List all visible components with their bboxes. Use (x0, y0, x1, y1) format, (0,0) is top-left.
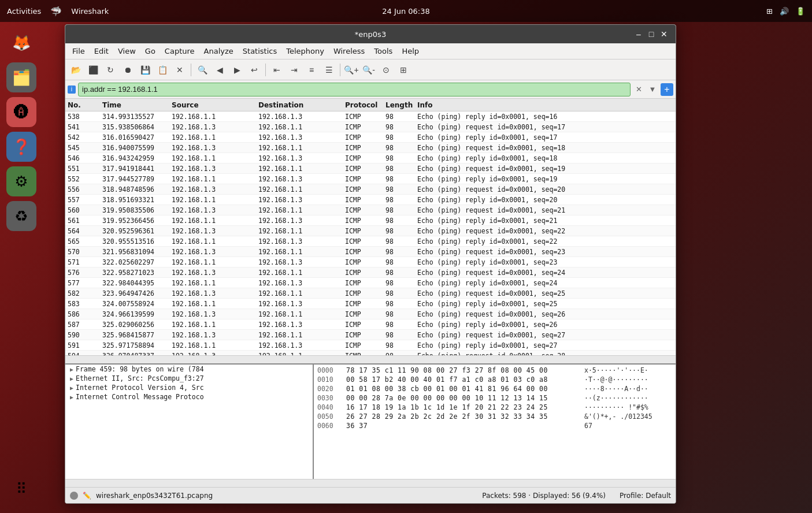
network-icon: ⊞ (766, 7, 773, 16)
toolbar-start-btn[interactable]: ⏺ (120, 62, 136, 78)
menu-view[interactable]: View (113, 46, 140, 57)
detail-row[interactable]: ▶Internet Control Message Protoco (65, 392, 313, 402)
table-row[interactable]: 571 322.025602297 192.168.1.1 192.168.1.… (65, 257, 676, 267)
table-row[interactable]: 545 316.940075599 192.168.1.3 192.168.1.… (65, 143, 676, 153)
menu-wireless[interactable]: Wireless (329, 46, 369, 57)
window-title: *enp0s3 (107, 30, 634, 39)
table-row[interactable]: 560 319.950835506 192.168.1.3 192.168.1.… (65, 205, 676, 215)
table-row[interactable]: 557 318.951693321 192.168.1.1 192.168.1.… (65, 195, 676, 205)
filter-add-button[interactable]: + (661, 83, 673, 96)
table-row[interactable]: 583 324.007558924 192.168.1.1 192.168.1.… (65, 299, 676, 309)
toolbar-colorize-btn[interactable]: ≡ (303, 62, 320, 78)
table-row[interactable]: 582 323.964947426 192.168.1.3 192.168.1.… (65, 288, 676, 299)
filter-clear-button[interactable]: ✕ (633, 84, 644, 95)
toolbar-last-btn[interactable]: ⇥ (286, 62, 302, 78)
toolbar-zoom-in-btn[interactable]: 🔍+ (343, 62, 359, 78)
hex-ascii: ·········· !"#$% (580, 403, 672, 411)
toolbar-resize-btn[interactable]: ⊞ (395, 62, 411, 78)
taskbar: Activities 🦈 Wireshark 24 Jun 06:38 ⊞ 🔊 … (0, 0, 812, 22)
toolbar-zoom-reset-btn[interactable]: ⊙ (378, 62, 394, 78)
bottom-horizontal-scrollbar[interactable] (65, 479, 676, 487)
table-row[interactable]: 564 320.952596361 192.168.1.3 192.168.1.… (65, 226, 676, 236)
packet-list: 538 314.993135527 192.168.1.1 192.168.1.… (65, 111, 676, 355)
toolbar-back-btn[interactable]: ↩ (246, 62, 262, 78)
table-row[interactable]: 552 317.944527789 192.168.1.1 192.168.1.… (65, 174, 676, 184)
status-filename: wireshark_enp0s3432T61.pcapng (96, 492, 477, 500)
toolbar-clear-btn[interactable]: ✕ (172, 62, 188, 78)
hex-row: 000078 17 35 c1 11 90 08 00 27 f3 27 8f … (314, 366, 676, 375)
toolbar-list-btn[interactable]: ☰ (321, 62, 337, 78)
toolbar-next-btn[interactable]: ▶ (229, 62, 245, 78)
packet-list-container: No. Time Source Destination Protocol Len… (65, 99, 676, 363)
desktop-icon-apps[interactable]: ⠿ (6, 474, 36, 504)
toolbar-stop-btn[interactable]: ⬛ (85, 62, 101, 78)
menu-analyze[interactable]: Analyze (199, 46, 238, 57)
table-row[interactable]: 542 316.016590427 192.168.1.1 192.168.1.… (65, 132, 676, 143)
toolbar-first-btn[interactable]: ⇤ (269, 62, 285, 78)
toolbar-sep-3 (340, 64, 340, 76)
taskbar-app-icon: 🦈 (50, 6, 62, 17)
menu-tools[interactable]: Tools (369, 46, 397, 57)
table-row[interactable]: 570 321.956831094 192.168.1.3 192.168.1.… (65, 247, 676, 257)
detail-row[interactable]: ▶Frame 459: 98 bytes on wire (784 (65, 365, 313, 374)
hex-offset: 0040 (317, 403, 346, 411)
desktop-icon-firefox[interactable]: 🦊 (6, 28, 36, 58)
desktop-icon-settings[interactable]: ⚙️ (6, 166, 36, 196)
toolbar-sep-1 (191, 64, 191, 76)
desktop-icon-trash[interactable]: ♻️ (6, 201, 36, 231)
hex-offset: 0000 (317, 366, 346, 374)
hex-row: 003000 00 28 7a 0e 00 00 00 00 00 10 11 … (314, 393, 676, 403)
close-button[interactable]: ✕ (659, 29, 669, 39)
maximize-button[interactable]: □ (647, 29, 656, 39)
menu-capture[interactable]: Capture (160, 46, 199, 57)
detail-row[interactable]: ▶Internet Protocol Version 4, Src (65, 383, 313, 392)
table-row[interactable]: 576 322.958271023 192.168.1.3 192.168.1.… (65, 267, 676, 278)
packet-details: ▶Frame 459: 98 bytes on wire (784▶Ethern… (65, 365, 314, 479)
status-edit-button[interactable]: ✏️ (83, 492, 91, 500)
desktop-icon-appstore[interactable]: 🅐 (6, 97, 36, 127)
taskbar-activities[interactable]: Activities (7, 7, 41, 16)
title-bar: *enp0s3 – □ ✕ (65, 25, 676, 43)
toolbar: 📂 ⬛ ↻ ⏺ 💾 📋 ✕ 🔍 ◀ ▶ ↩ ⇤ ⇥ ≡ ☰ 🔍+ 🔍- ⊙ ⊞ (65, 60, 676, 80)
toolbar-find-btn[interactable]: 🔍 (194, 62, 210, 78)
menu-edit[interactable]: Edit (90, 46, 113, 57)
table-row[interactable]: 591 325.971758894 192.168.1.1 192.168.1.… (65, 340, 676, 351)
desktop-icon-help[interactable]: ❓ (6, 132, 36, 162)
table-row[interactable]: 565 320.955513516 192.168.1.1 192.168.1.… (65, 236, 676, 247)
menu-statistics[interactable]: Statistics (238, 46, 281, 57)
toolbar-zoom-out-btn[interactable]: 🔍- (361, 62, 377, 78)
packet-table-header: No. Time Source Destination Protocol Len… (65, 99, 676, 111)
horizontal-scrollbar[interactable] (65, 355, 676, 363)
menu-file[interactable]: File (68, 46, 90, 57)
filter-dropdown-button[interactable]: ▼ (647, 84, 658, 95)
menu-telephony[interactable]: Telephony (281, 46, 329, 57)
table-row[interactable]: 556 318.948748596 192.168.1.3 192.168.1.… (65, 184, 676, 195)
table-row[interactable]: 538 314.993135527 192.168.1.1 192.168.1.… (65, 111, 676, 122)
table-row[interactable]: 577 322.984044395 192.168.1.1 192.168.1.… (65, 278, 676, 288)
table-row[interactable]: 586 324.966139599 192.168.1.3 192.168.1.… (65, 309, 676, 319)
toolbar-prev-btn[interactable]: ◀ (212, 62, 228, 78)
table-row[interactable]: 590 325.968415877 192.168.1.3 192.168.1.… (65, 330, 676, 340)
toolbar-open-btn[interactable]: 📂 (68, 62, 84, 78)
expand-icon: ▶ (68, 393, 76, 401)
toolbar-save-btn[interactable]: 💾 (137, 62, 153, 78)
filter-input[interactable] (78, 83, 631, 96)
table-row[interactable]: 594 326.970487337 192.168.1.3 192.168.1.… (65, 351, 676, 355)
table-row[interactable]: 546 316.943242959 192.168.1.1 192.168.1.… (65, 153, 676, 163)
hex-bytes: 16 17 18 19 1a 1b 1c 1d 1e 1f 20 21 22 2… (346, 403, 580, 411)
table-row[interactable]: 561 319.952366456 192.168.1.1 192.168.1.… (65, 215, 676, 226)
toolbar-close-btn[interactable]: 📋 (154, 62, 170, 78)
menu-go[interactable]: Go (140, 46, 160, 57)
status-stats: Packets: 598 · Displayed: 56 (9.4%) (482, 492, 606, 500)
hex-row: 004016 17 18 19 1a 1b 1c 1d 1e 1f 20 21 … (314, 403, 676, 412)
minimize-button[interactable]: – (634, 29, 643, 39)
toolbar-restart-btn[interactable]: ↻ (102, 62, 118, 78)
taskbar-clock: 24 Jun 06:38 (382, 7, 430, 16)
table-row[interactable]: 551 317.941918441 192.168.1.3 192.168.1.… (65, 163, 676, 174)
desktop-icon-files[interactable]: 🗂️ (6, 62, 36, 92)
table-row[interactable]: 541 315.938506864 192.168.1.3 192.168.1.… (65, 122, 676, 132)
menu-help[interactable]: Help (397, 46, 424, 57)
table-row[interactable]: 587 325.029060256 192.168.1.1 192.168.1.… (65, 319, 676, 330)
detail-row[interactable]: ▶Ethernet II, Src: PcsCompu_f3:27 (65, 374, 313, 383)
expand-icon: ▶ (68, 374, 76, 382)
